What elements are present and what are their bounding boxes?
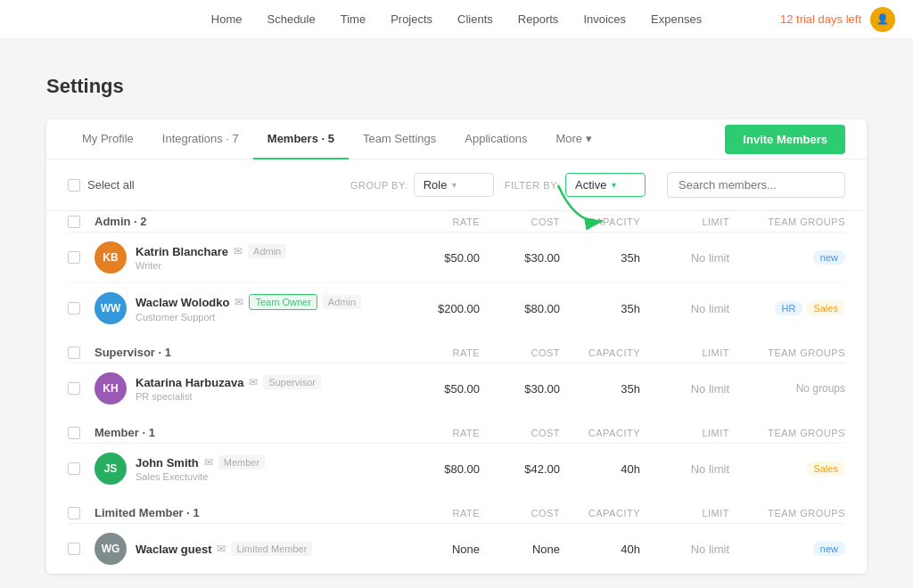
email-icon: ✉ xyxy=(204,456,213,469)
member-role: PR specialist xyxy=(136,391,399,402)
nav-home[interactable]: Home xyxy=(211,12,243,26)
nav-invoices[interactable]: Invoices xyxy=(583,12,626,26)
nav-projects[interactable]: Projects xyxy=(391,12,432,26)
section-title: Supervisor · 1 xyxy=(95,346,399,359)
member-info: John Smith ✉ Member Sales Exectuvite xyxy=(136,455,399,482)
member-groups: HRSales xyxy=(729,301,845,315)
section-header-1: Supervisor · 1 RATE COST CAPACITY LIMIT … xyxy=(68,342,845,363)
nav-reports[interactable]: Reports xyxy=(518,12,559,26)
group-tag: Sales xyxy=(806,461,845,476)
member-limit: No limit xyxy=(640,382,729,396)
section-header-3: Limited Member · 1 RATE COST CAPACITY LI… xyxy=(68,502,845,524)
main-content: Settings My Profile Integrations · 7 Mem… xyxy=(20,39,893,588)
member-checkbox[interactable] xyxy=(68,251,80,264)
nav-schedule[interactable]: Schedule xyxy=(267,12,316,26)
section-title: Limited Member · 1 xyxy=(95,506,399,519)
member-rate: $50.00 xyxy=(399,382,480,396)
col-header-groups: TEAM GROUPS xyxy=(729,428,845,438)
member-limit: No limit xyxy=(640,543,729,556)
section-checkbox[interactable] xyxy=(68,347,80,359)
nav-clients[interactable]: Clients xyxy=(457,12,493,26)
row-checkbox-container xyxy=(68,302,95,314)
nav-links: Home Schedule Time Projects Clients Repo… xyxy=(211,12,702,26)
filter-by-dropdown[interactable]: Active ▾ xyxy=(565,173,646,197)
row-checkbox-container xyxy=(68,462,95,475)
col-header-rate: RATE xyxy=(399,347,480,358)
member-checkbox[interactable] xyxy=(68,462,80,475)
col-header-cost: COST xyxy=(480,347,560,358)
member-capacity: 40h xyxy=(560,543,640,556)
chevron-down-icon: ▾ xyxy=(452,180,456,190)
nav-time[interactable]: Time xyxy=(341,12,366,26)
table-row: WW Waclaw Wolodko ✉ Team OwnerAdmin Cust… xyxy=(68,283,845,333)
invite-members-button[interactable]: Invite Members xyxy=(725,125,845,154)
member-capacity: 35h xyxy=(560,251,640,265)
tab-team-settings[interactable]: Team Settings xyxy=(349,119,450,159)
tab-integrations[interactable]: Integrations · 7 xyxy=(148,119,253,159)
section-checkbox[interactable] xyxy=(68,507,80,519)
no-groups: No groups xyxy=(796,382,845,395)
member-rate: None xyxy=(399,543,480,556)
member-limit: No limit xyxy=(640,462,729,476)
col-header-groups: TEAM GROUPS xyxy=(729,508,845,519)
member-info: Katarina Harbuzava ✉ Supervisor PR speci… xyxy=(136,375,399,402)
nav-right: 12 trial days left 👤 xyxy=(780,7,895,32)
member-name: Waclaw Wolodko xyxy=(136,296,229,309)
section-1: Supervisor · 1 RATE COST CAPACITY LIMIT … xyxy=(68,342,845,413)
member-rate: $80.00 xyxy=(399,462,480,476)
member-role: Sales Exectuvite xyxy=(136,471,399,482)
member-info: Waclaw Wolodko ✉ Team OwnerAdmin Custome… xyxy=(136,294,399,323)
member-checkbox[interactable] xyxy=(68,382,80,395)
member-groups: new xyxy=(729,542,845,556)
member-badge: Supervisor xyxy=(263,375,321,389)
member-name: Katrin Blanchare xyxy=(136,245,228,258)
settings-card: My Profile Integrations · 7 Members · 5 … xyxy=(46,119,867,574)
col-header-limit: LIMIT xyxy=(640,216,729,227)
col-header-rate: RATE xyxy=(399,216,480,227)
tab-my-profile[interactable]: My Profile xyxy=(68,119,148,159)
col-header-cost: COST xyxy=(480,428,560,438)
member-limit: No limit xyxy=(640,302,729,315)
member-groups: No groups xyxy=(729,382,845,395)
search-input[interactable] xyxy=(667,172,845,198)
row-checkbox-container xyxy=(68,543,95,555)
member-cost: $80.00 xyxy=(480,302,560,315)
section-header-0: Admin · 2 RATE COST CAPACITY LIMIT TEAM … xyxy=(68,211,845,233)
group-by-dropdown[interactable]: Role ▾ xyxy=(414,173,494,197)
member-capacity: 40h xyxy=(560,462,640,476)
member-cost: $30.00 xyxy=(480,382,560,396)
group-tag: new xyxy=(813,250,845,265)
member-groups: Sales xyxy=(729,461,845,476)
section-checkbox[interactable] xyxy=(68,427,80,439)
group-by-label: GROUP BY: xyxy=(350,180,408,191)
member-rate: $200.00 xyxy=(399,302,480,315)
member-limit: No limit xyxy=(640,251,729,265)
section-checkbox-container xyxy=(68,427,95,439)
section-checkbox[interactable] xyxy=(68,216,80,228)
table-row: WG Waclaw guest ✉ Limited Member None No… xyxy=(68,524,845,574)
member-name: Waclaw guest xyxy=(136,543,211,556)
tab-applications[interactable]: Applications xyxy=(450,119,541,159)
member-avatar: JS xyxy=(95,453,127,485)
col-header-groups: TEAM GROUPS xyxy=(729,347,845,358)
tab-more[interactable]: More ▾ xyxy=(541,119,605,159)
select-all-checkbox[interactable] xyxy=(68,179,80,192)
email-icon: ✉ xyxy=(249,376,258,388)
group-tag: HR xyxy=(775,301,803,315)
member-badge: Limited Member xyxy=(231,542,312,556)
member-info: Waclaw guest ✉ Limited Member xyxy=(136,542,399,556)
member-name: Katarina Harbuzava xyxy=(136,376,243,389)
member-checkbox[interactable] xyxy=(68,302,80,314)
nav-expenses[interactable]: Expenses xyxy=(651,12,702,26)
table-row: KH Katarina Harbuzava ✉ Supervisor PR sp… xyxy=(68,363,845,413)
member-name-row: Katarina Harbuzava ✉ Supervisor xyxy=(136,375,399,389)
tab-members[interactable]: Members · 5 xyxy=(253,119,349,159)
member-checkbox[interactable] xyxy=(68,543,80,555)
invite-button-container: Invite Members xyxy=(725,125,845,154)
user-avatar[interactable]: 👤 xyxy=(870,7,895,32)
member-avatar: WW xyxy=(95,292,127,324)
section-0: Admin · 2 RATE COST CAPACITY LIMIT TEAM … xyxy=(68,211,845,333)
members-list: Admin · 2 RATE COST CAPACITY LIMIT TEAM … xyxy=(46,211,867,574)
section-header-2: Member · 1 RATE COST CAPACITY LIMIT TEAM… xyxy=(68,422,845,444)
section-title: Admin · 2 xyxy=(95,215,399,228)
